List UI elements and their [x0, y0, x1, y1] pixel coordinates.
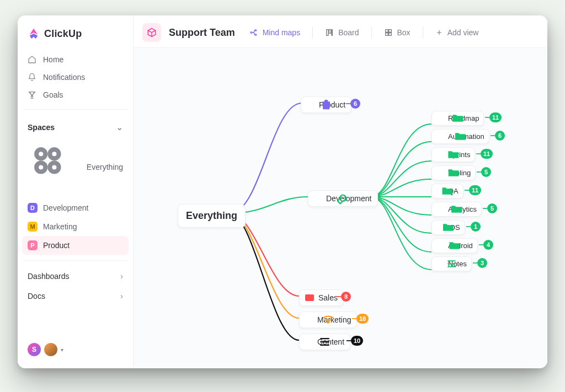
nav-docs[interactable]: Docs ›	[22, 286, 129, 306]
grid-icon	[28, 141, 81, 194]
tab-label: Add view	[447, 28, 479, 37]
node-marketing[interactable]: Marketing	[299, 312, 357, 328]
node-count: 4	[483, 240, 493, 250]
node-count: 5	[487, 203, 497, 213]
mindmap-canvas[interactable]: Everything Product 6 Development Sales	[134, 48, 547, 368]
home-icon	[28, 55, 36, 64]
space-marketing[interactable]: M Marketing	[22, 217, 129, 236]
divider	[23, 260, 127, 261]
svg-rect-13	[388, 33, 391, 36]
trophy-icon	[28, 90, 36, 99]
topbar: Support Team Mind maps Board Box Add vie…	[134, 15, 547, 48]
list-icon	[436, 260, 444, 267]
nav-home[interactable]: Home	[22, 51, 129, 68]
chevron-right-icon: ›	[120, 272, 123, 281]
nav-goals-label: Goals	[43, 90, 63, 99]
spaces-header[interactable]: Spaces ⌄	[22, 115, 129, 136]
divider	[312, 26, 313, 39]
tab-box[interactable]: Box	[379, 25, 416, 40]
nav-dashboards-label: Dashboards	[28, 272, 70, 281]
space-badge: D	[28, 203, 38, 213]
node-development[interactable]: Development	[308, 190, 378, 207]
mindmap-root[interactable]: Everything	[178, 204, 246, 228]
dev-child-node[interactable]: Roadmap	[431, 111, 484, 126]
count-value: 1	[474, 223, 477, 230]
tab-board[interactable]: Board	[319, 25, 364, 40]
tab-mind-maps[interactable]: Mind maps	[244, 25, 306, 40]
dev-child-node[interactable]: Tooling	[431, 165, 476, 180]
dev-child-node[interactable]: Notes	[431, 256, 472, 271]
clickup-logo-icon	[28, 28, 40, 40]
nav-docs-label: Docs	[28, 292, 45, 300]
count-value: 5	[491, 205, 494, 212]
count-value: 11	[483, 151, 490, 157]
page-title: Support Team	[169, 27, 235, 39]
count-value: 4	[487, 241, 490, 248]
dev-child-node[interactable]: Automation	[431, 129, 489, 144]
nav-goals[interactable]: Goals	[22, 86, 129, 104]
spaces-list: Everything D Development M Marketing P P…	[22, 136, 129, 255]
nav-notifications[interactable]: Notifications	[22, 68, 129, 86]
wrench-icon	[314, 195, 322, 202]
svg-rect-11	[388, 30, 391, 33]
caret-down-icon[interactable]: ▾	[61, 347, 63, 353]
svg-point-5	[255, 30, 257, 31]
list-icon	[305, 338, 313, 346]
card-icon	[305, 294, 314, 301]
node-label: Everything	[186, 210, 237, 222]
edge-dev-children	[371, 124, 431, 270]
node-count: 10	[351, 336, 363, 346]
space-label: Product	[43, 241, 70, 250]
box-icon	[384, 28, 393, 37]
folder-icon	[436, 242, 444, 249]
dev-child-node[interactable]: Android	[431, 238, 478, 253]
chevron-down-icon: ⌄	[116, 123, 123, 132]
mindmap-icon	[249, 28, 258, 37]
cube-icon	[142, 23, 161, 42]
space-badge: M	[28, 222, 38, 232]
nav-dashboards[interactable]: Dashboards ›	[22, 266, 129, 286]
count-value: 8	[344, 293, 348, 300]
tab-label: Board	[338, 28, 359, 37]
node-content[interactable]: Content	[299, 334, 350, 350]
svg-rect-12	[385, 33, 388, 36]
folder-icon	[436, 224, 444, 231]
bag-icon	[307, 101, 315, 109]
space-product[interactable]: P Product	[22, 236, 129, 255]
node-count: 11	[489, 112, 502, 122]
sidebar-footer: S ▾	[22, 339, 129, 361]
nav-home-label: Home	[43, 55, 63, 64]
space-label: Marketing	[43, 222, 77, 231]
svg-rect-10	[385, 30, 388, 33]
dev-child-node[interactable]: Analytics	[431, 202, 482, 217]
count-value: 6	[498, 132, 502, 139]
node-count: 6	[350, 99, 360, 109]
dev-child-node[interactable]: iOS	[431, 220, 465, 235]
dev-child-node[interactable]: QA	[431, 184, 463, 198]
svg-point-0	[36, 149, 45, 158]
node-sales[interactable]: Sales	[299, 289, 344, 306]
svg-point-3	[50, 163, 58, 171]
spaces-header-label: Spaces	[28, 123, 55, 132]
folder-icon	[436, 169, 444, 176]
avatar[interactable]	[44, 343, 57, 356]
avatar[interactable]: S	[28, 343, 41, 356]
node-count: 8	[341, 292, 351, 302]
folder-icon	[436, 133, 444, 140]
tab-label: Box	[397, 28, 411, 37]
brand[interactable]: ClickUp	[22, 24, 129, 50]
node-product[interactable]: Product	[301, 96, 351, 113]
space-development[interactable]: D Development	[22, 198, 129, 217]
folder-icon	[436, 187, 444, 195]
folder-icon	[436, 151, 444, 158]
count-value: 11	[472, 187, 478, 194]
count-value: 5	[484, 169, 488, 175]
sidebar: ClickUp Home Notifications Goals Spaces …	[18, 15, 134, 368]
spaces-everything[interactable]: Everything	[22, 136, 129, 198]
svg-point-6	[255, 34, 257, 36]
bell-icon	[28, 73, 36, 82]
svg-rect-7	[327, 30, 328, 36]
count-value: 10	[354, 337, 360, 344]
dev-child-node[interactable]: Sprints	[431, 147, 475, 162]
tab-add-view[interactable]: Add view	[430, 25, 484, 40]
